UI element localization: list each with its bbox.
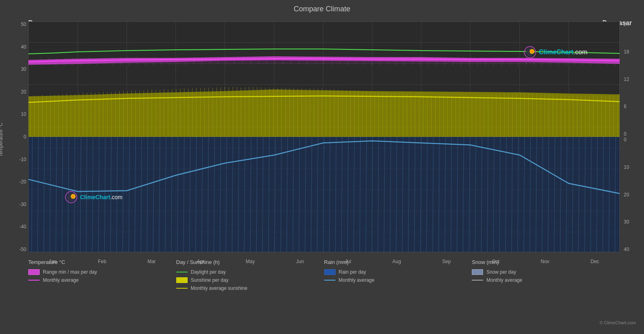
page-title: Compare Climate xyxy=(0,0,644,13)
legend-col-temperature: Temperature °C Range min / max per day M… xyxy=(28,259,176,326)
legend-item-temp-range: Range min / max per day xyxy=(28,269,176,275)
legend-line-temp-avg xyxy=(28,280,40,281)
legend-label-snow: Snow per day xyxy=(486,269,516,275)
y-label-10: 10 xyxy=(21,111,26,117)
r-top-18: 18 xyxy=(624,49,629,55)
legend-label-rain-avg: Monthly average xyxy=(339,277,375,283)
y-label-30: 30 xyxy=(21,66,26,72)
svg-point-351 xyxy=(72,195,75,198)
legend-label-daylight: Daylight per day xyxy=(191,269,226,275)
r-bot-30: 30 xyxy=(624,219,629,225)
copyright: © ClimeChart.com xyxy=(600,320,636,325)
left-axis: 50 40 30 20 10 0 -10 -20 -30 -40 -50 xyxy=(4,21,26,252)
svg-point-355 xyxy=(530,50,534,53)
legend-item-sunshine: Sunshine per day xyxy=(176,277,324,283)
legend-swatch-temp-range xyxy=(28,269,40,275)
legend-col-title-temp: Temperature °C xyxy=(28,259,176,265)
legend-label-temp-avg: Monthly average xyxy=(43,277,79,283)
legend-item-sunshine-avg: Monthly average sunshine xyxy=(176,285,324,291)
left-axis-title: Temperature °C xyxy=(0,123,4,157)
r-top-24: 24 xyxy=(624,21,629,27)
legend-col-title-sunshine: Day / Sunshine (h) xyxy=(176,259,324,265)
legend-label-sunshine: Sunshine per day xyxy=(191,277,228,283)
r-top-12: 12 xyxy=(624,77,629,82)
r-bot-0: 0 xyxy=(624,137,627,143)
legend-swatch-rain xyxy=(324,269,336,275)
logo-bottom-left: ClimeChart.com xyxy=(65,191,122,204)
logo-text-top: ClimeChart.com xyxy=(539,49,587,56)
logo-top-right: ClimeChart.com xyxy=(524,46,587,59)
logo-icon-bottom xyxy=(65,191,78,204)
legend-line-daylight xyxy=(176,272,188,272)
legend-label-snow-avg: Monthly average xyxy=(486,277,522,283)
legend-col-rain: Rain (mm) Rain per day Monthly average xyxy=(324,259,472,326)
logo-text-bottom: ClimeChart.com xyxy=(80,194,122,201)
y-label-0: 0 xyxy=(23,134,26,140)
legend-line-sunshine-avg xyxy=(176,288,188,289)
legend-col-snow: Snow (mm) Snow per day Monthly average xyxy=(472,259,620,326)
r-bot-10: 10 xyxy=(624,164,629,170)
legend-col-title-snow: Snow (mm) xyxy=(472,259,620,265)
r-bot-40: 40 xyxy=(624,247,629,252)
y-label-neg10: -10 xyxy=(19,157,26,162)
legend-label-sunshine-avg: Monthly average sunshine xyxy=(191,285,247,291)
right-axis-bottom: 0 10 20 30 40 xyxy=(624,137,644,252)
logo-icon-top xyxy=(524,46,536,59)
legend-item-snow: Snow per day xyxy=(472,269,620,275)
y-label-neg50: -50 xyxy=(19,247,26,252)
legend-area: Temperature °C Range min / max per day M… xyxy=(28,259,620,326)
legend-item-rain-avg: Monthly average xyxy=(324,277,472,283)
legend-label-rain: Rain per day xyxy=(339,269,366,275)
legend-item-rain: Rain per day xyxy=(324,269,472,275)
svg-marker-24 xyxy=(28,89,620,137)
legend-item-snow-avg: Monthly average xyxy=(472,277,620,283)
page-wrapper: Compare Climate Denpasar Denpasar Temper… xyxy=(0,0,644,334)
right-axis-top: 24 18 12 6 0 xyxy=(624,21,644,137)
legend-swatch-sunshine xyxy=(176,277,188,283)
legend-line-snow-avg xyxy=(472,280,483,281)
y-label-40: 40 xyxy=(21,44,26,50)
y-label-50: 50 xyxy=(21,21,26,27)
r-bot-20: 20 xyxy=(624,192,629,198)
y-label-neg40: -40 xyxy=(19,224,26,230)
chart-area: Denpasar Denpasar Temperature °C Day / S… xyxy=(28,21,620,252)
y-label-neg20: -20 xyxy=(19,179,26,185)
legend-line-rain-avg xyxy=(324,280,336,281)
r-top-0: 0 xyxy=(624,131,627,137)
legend-item-temp-avg: Monthly average xyxy=(28,277,176,283)
legend-swatch-snow xyxy=(472,269,483,275)
legend-item-daylight: Daylight per day xyxy=(176,269,324,275)
r-top-6: 6 xyxy=(624,104,627,109)
legend-col-title-rain: Rain (mm) xyxy=(324,259,472,265)
legend-label-temp-range: Range min / max per day xyxy=(43,269,97,275)
y-label-neg30: -30 xyxy=(19,202,26,207)
y-label-20: 20 xyxy=(21,89,26,95)
legend-col-sunshine: Day / Sunshine (h) Daylight per day Suns… xyxy=(176,259,324,326)
